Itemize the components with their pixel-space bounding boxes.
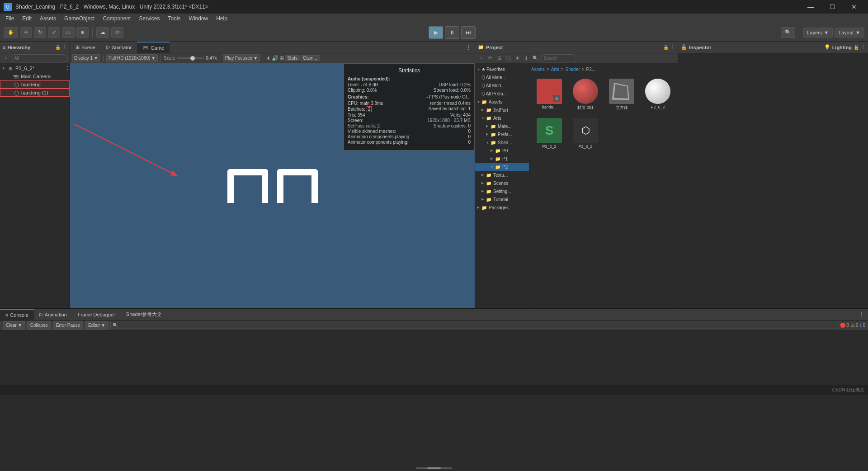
tree-tutorial[interactable]: ▶ 📁 Tutorial xyxy=(475,195,529,203)
gizmos-button[interactable]: Gizm... xyxy=(301,55,320,61)
error-pause-button[interactable]: Error Pause xyxy=(53,321,83,330)
editor-dropdown[interactable]: Editor ▼ xyxy=(85,321,108,330)
toolbar-move-tool[interactable]: ✛ xyxy=(20,27,32,38)
close-button[interactable]: ✕ xyxy=(844,0,864,14)
project-btn-5[interactable]: ★ xyxy=(513,54,521,62)
hierarchy-add-button[interactable]: + xyxy=(2,54,10,62)
layout-dropdown[interactable]: Layout ▼ xyxy=(835,28,864,38)
tab-frame-debugger[interactable]: Frame Debugger xyxy=(72,309,121,320)
project-btn-4[interactable]: ⬛ xyxy=(504,54,512,62)
menu-file[interactable]: File xyxy=(2,14,18,23)
project-btn-3[interactable]: ⊡ xyxy=(495,54,503,62)
resolution-dropdown[interactable]: Full HD (1920x1080) ▼ xyxy=(106,54,158,62)
lighting-label[interactable]: Lighting xyxy=(832,45,852,50)
game-view-menu-icon[interactable]: ⋮ xyxy=(466,44,471,51)
toolbar-rotate-tool[interactable]: ↻ xyxy=(34,27,46,38)
asset-p2-sphere[interactable]: P2_6_2 xyxy=(642,77,674,113)
project-search-input[interactable] xyxy=(540,54,576,62)
tree-p1[interactable]: ▶ 📁 P1 xyxy=(475,155,529,163)
toolbar-transform-tool[interactable]: ⊕ xyxy=(76,27,89,38)
tab-scene[interactable]: ⊞ Scene xyxy=(70,42,101,53)
project-lock-icon[interactable]: 🔓 xyxy=(663,45,669,50)
hierarchy-menu-icon[interactable]: ⋮ xyxy=(62,45,67,50)
project-btn-7[interactable]: 🔍 xyxy=(531,54,539,62)
tab-shader-ref[interactable]: Shader参考大全 xyxy=(121,309,167,320)
asset-p2-shader[interactable]: S P2_6_2 xyxy=(533,116,566,151)
tree-scenes[interactable]: ▶ 📁 Scenes xyxy=(475,179,529,187)
toolbar-cloud[interactable]: ⟳ xyxy=(111,27,123,38)
tree-p2[interactable]: ▼ 📁 P2 xyxy=(475,163,529,171)
toolbar-scale-tool[interactable]: ⤢ xyxy=(48,27,60,38)
menu-tools[interactable]: Tools xyxy=(164,14,184,23)
tab-game[interactable]: 🎮 Game xyxy=(137,42,170,53)
hierarchy-item-scene[interactable]: ▼ ⊞ P2_6_2* ⋮ xyxy=(0,64,70,72)
fav-all-prefabs[interactable]: Q All Prefa... xyxy=(475,89,529,98)
tab-animator[interactable]: ▷ Animator xyxy=(101,42,137,53)
layers-dropdown[interactable]: Layers ▼ xyxy=(803,28,833,38)
favorites-header[interactable]: ▼ ★ Favorites xyxy=(475,65,529,73)
asset-bande-mat[interactable]: ⚙ bande... xyxy=(533,77,566,113)
tree-prefabs[interactable]: ▶ 📁 Prefa... xyxy=(475,130,529,138)
tree-packages[interactable]: ▶ 📁 Packages xyxy=(475,203,529,212)
hierarchy-item-bandeng1[interactable]: ◯ bandeng (1) xyxy=(0,89,70,97)
tree-textures[interactable]: ▶ 📁 Textu... xyxy=(475,171,529,179)
hierarchy-item-bandeng[interactable]: ◯ bandeng xyxy=(0,80,70,89)
fav-all-models[interactable]: Q All Mod... xyxy=(475,81,529,89)
play-button[interactable]: ▶ xyxy=(429,26,443,39)
breadcrumb-assets[interactable]: Assets xyxy=(531,67,545,72)
tree-settings[interactable]: ▶ 📁 Setting... xyxy=(475,187,529,195)
assets-header[interactable]: ▼ 📁 Assets xyxy=(475,98,529,106)
asset-p2-unity[interactable]: ⬡ P2_6_2 xyxy=(569,116,602,151)
menu-services[interactable]: Services xyxy=(135,14,163,23)
collapse-button[interactable]: Collapse xyxy=(27,321,51,330)
tree-arts[interactable]: ▼ 📁 Arts xyxy=(475,114,529,122)
inspector-lock-icon[interactable]: 🔓 xyxy=(681,44,687,50)
bottom-tabs-menu-icon[interactable]: ⋮ xyxy=(859,311,864,318)
menu-edit[interactable]: Edit xyxy=(19,14,35,23)
inspector-content xyxy=(678,53,868,308)
project-add-button[interactable]: + xyxy=(477,54,485,62)
asset-cube[interactable]: 立方体 xyxy=(605,77,638,113)
project-btn-6[interactable]: ℹ xyxy=(522,54,530,62)
fav-all-materials[interactable]: Q All Mate... xyxy=(475,73,529,81)
toolbar-rect-tool[interactable]: ▭ xyxy=(62,27,75,38)
inspector-lock-2-icon[interactable]: 🔓 xyxy=(854,45,859,50)
console-search-input[interactable] xyxy=(110,322,838,329)
breadcrumb-arts[interactable]: Arts xyxy=(551,67,559,72)
project-menu-icon[interactable]: ⋮ xyxy=(670,45,675,50)
maximize-button[interactable]: ☐ xyxy=(822,0,843,14)
toolbar-collab[interactable]: ☁ xyxy=(96,27,109,38)
play-focused-dropdown[interactable]: Play Focused ▼ xyxy=(223,54,260,62)
tree-p0[interactable]: ▶ 📁 P0 xyxy=(475,146,529,155)
audio-icon[interactable]: 🔊 xyxy=(272,55,278,61)
inspector-menu-icon[interactable]: ⋮ xyxy=(861,45,865,50)
step-button[interactable]: ⏭ xyxy=(461,26,476,39)
hierarchy-scene-menu-icon[interactable]: ⋮ xyxy=(66,66,70,71)
grid-icon[interactable]: ⊞ xyxy=(279,55,284,61)
pause-button[interactable]: ⏸ xyxy=(445,26,459,39)
sun-icon[interactable]: ☀ xyxy=(266,55,271,61)
display-dropdown[interactable]: Display 1 ▼ xyxy=(72,54,100,62)
asset-material-001[interactable]: 材质.001 xyxy=(569,77,602,113)
hierarchy-lock-icon[interactable]: 🔓 xyxy=(55,45,61,50)
breadcrumb-shader[interactable]: Shader xyxy=(565,67,580,72)
hierarchy-search-input[interactable] xyxy=(11,54,68,62)
tab-animation[interactable]: ▷ Animation xyxy=(34,309,72,320)
menu-help[interactable]: Help xyxy=(212,14,231,23)
tree-materials[interactable]: ▶ 📁 Mate... xyxy=(475,122,529,130)
tree-3rdpart[interactable]: ▶ 📁 3rdPart xyxy=(475,106,529,114)
toolbar-search[interactable]: 🔍 xyxy=(781,27,795,38)
minimize-button[interactable]: — xyxy=(800,0,821,14)
hierarchy-item-main-camera[interactable]: 📷 Main Camera xyxy=(0,72,70,80)
clear-button[interactable]: Clear ▼ xyxy=(3,321,25,330)
menu-gameobject[interactable]: GameObject xyxy=(61,14,98,23)
menu-component[interactable]: Component xyxy=(99,14,134,23)
toolbar-hand-tool[interactable]: ✋ xyxy=(4,27,18,38)
tree-shader[interactable]: ▼ 📁 Shad... xyxy=(475,138,529,146)
menu-window[interactable]: Window xyxy=(185,14,212,23)
tab-console[interactable]: ≡ Console xyxy=(0,309,34,320)
stats-button[interactable]: Stats xyxy=(285,55,300,61)
project-btn-2[interactable]: ⟳ xyxy=(486,54,494,62)
menu-assets[interactable]: Assets xyxy=(36,14,60,23)
scale-slider[interactable] xyxy=(177,57,204,59)
